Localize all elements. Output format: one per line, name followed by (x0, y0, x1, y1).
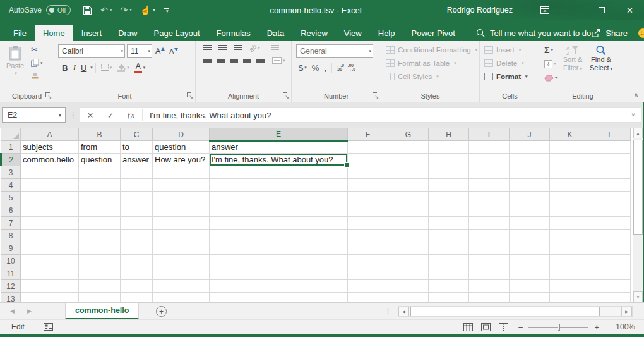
scroll-down-button[interactable]: ▼ (633, 291, 643, 302)
scroll-left-button[interactable]: ◀ (398, 307, 409, 316)
cell-B13[interactable] (79, 293, 121, 303)
fill-color-button[interactable]: ▾ (114, 64, 132, 72)
collapse-ribbon-button[interactable]: ∧ (634, 91, 638, 98)
cell-B9[interactable] (79, 242, 121, 255)
top-align-button[interactable] (201, 45, 214, 51)
cell-L2[interactable] (590, 154, 631, 166)
page-break-preview-button[interactable] (495, 320, 513, 334)
cell-I3[interactable] (469, 166, 510, 179)
cell-E8[interactable] (210, 230, 348, 242)
column-header-H[interactable]: H (429, 128, 469, 141)
horizontal-scrollbar[interactable]: ◀ ▶ (398, 306, 633, 317)
cell-C8[interactable] (121, 230, 153, 242)
column-header-I[interactable]: I (469, 128, 510, 141)
format-painter-button[interactable] (29, 70, 45, 83)
cell-H2[interactable] (429, 154, 469, 166)
cell-A3[interactable] (21, 166, 79, 179)
tab-home[interactable]: Home (35, 25, 73, 41)
cell-F1[interactable] (348, 141, 388, 154)
cell-I4[interactable] (469, 179, 510, 192)
name-box-dropdown[interactable]: ▾ (59, 113, 61, 118)
cell-D7[interactable] (153, 217, 210, 230)
cell-G8[interactable] (388, 230, 429, 242)
cell-L13[interactable] (590, 293, 631, 303)
cell-K13[interactable] (550, 293, 590, 303)
cell-E2[interactable]: I'm fine, thanks. What about you? (210, 154, 348, 166)
cell-F10[interactable] (348, 255, 388, 267)
cell-G1[interactable] (388, 141, 429, 154)
normal-view-button[interactable] (460, 320, 477, 334)
row-header-4[interactable]: 4 (1, 179, 21, 192)
column-header-G[interactable]: G (388, 128, 429, 141)
comma-style-button[interactable]: , (321, 63, 329, 73)
cell-J9[interactable] (510, 242, 550, 255)
zoom-in-button[interactable]: + (588, 322, 605, 332)
cell-B6[interactable] (79, 204, 121, 217)
cell-A13[interactable] (21, 293, 79, 303)
cell-H5[interactable] (429, 192, 469, 204)
expand-formula-bar-button[interactable]: ˅ (626, 112, 641, 118)
cell-F4[interactable] (348, 179, 388, 192)
vertical-scrollbar-thumb[interactable] (633, 140, 643, 235)
row-header-8[interactable]: 8 (1, 230, 21, 242)
cell-B11[interactable] (79, 267, 121, 280)
tab-draw[interactable]: Draw (110, 25, 145, 41)
cell-H3[interactable] (429, 166, 469, 179)
paste-button[interactable]: Paste ▾ (3, 43, 28, 83)
next-sheet-button[interactable]: ▶ (27, 308, 32, 314)
cell-C3[interactable] (121, 166, 153, 179)
center-button[interactable] (214, 58, 227, 64)
cell-H12[interactable] (429, 280, 469, 293)
cell-D9[interactable] (153, 242, 210, 255)
cell-H10[interactable] (429, 255, 469, 267)
insert-function-button[interactable]: ƒx (121, 110, 141, 120)
cell-J4[interactable] (510, 179, 550, 192)
redo-button[interactable]: ↷▾ (117, 3, 134, 18)
feedback-smiley-button[interactable] (638, 25, 644, 41)
row-header-11[interactable]: 11 (1, 267, 21, 280)
autosave-toggle[interactable]: AutoSave Off (9, 5, 71, 15)
sheet-tab-common-hello[interactable]: common-hello (65, 303, 139, 319)
column-header-L[interactable]: L (590, 128, 631, 141)
scroll-right-button[interactable]: ▶ (621, 307, 632, 316)
cell-A10[interactable] (21, 255, 79, 267)
cell-J7[interactable] (510, 217, 550, 230)
cell-G3[interactable] (388, 166, 429, 179)
tab-data[interactable]: Data (259, 25, 292, 41)
cell-C12[interactable] (121, 280, 153, 293)
cell-styles-button[interactable]: Cell Styles▾ (381, 70, 479, 83)
zoom-slider-thumb[interactable] (558, 324, 560, 331)
save-button[interactable] (80, 3, 95, 18)
row-header-7[interactable]: 7 (1, 217, 21, 230)
cell-G5[interactable] (388, 192, 429, 204)
cell-L1[interactable] (590, 141, 631, 154)
font-name-select[interactable]: Calibri▾ (58, 44, 125, 58)
cell-I12[interactable] (469, 280, 510, 293)
cell-I8[interactable] (469, 230, 510, 242)
column-header-D[interactable]: D (153, 128, 210, 141)
cell-A11[interactable] (21, 267, 79, 280)
cell-C5[interactable] (121, 192, 153, 204)
cell-C11[interactable] (121, 267, 153, 280)
tab-review[interactable]: Review (292, 25, 336, 41)
cell-H7[interactable] (429, 217, 469, 230)
tab-bar-divider[interactable]: ⋮ (385, 307, 391, 315)
cell-K4[interactable] (550, 179, 590, 192)
find-select-button[interactable]: Find & Select▾ (587, 43, 616, 87)
touch-mouse-mode-button[interactable]: ☝▾ (137, 3, 158, 18)
sort-filter-button[interactable]: AZ Sort & Filter▾ (559, 43, 587, 87)
cell-B12[interactable] (79, 280, 121, 293)
clear-button[interactable]: ▾ (543, 71, 559, 85)
cell-D12[interactable] (153, 280, 210, 293)
row-header-5[interactable]: 5 (1, 192, 21, 204)
cell-C1[interactable]: to (121, 141, 153, 154)
bold-button[interactable]: B (59, 63, 70, 73)
cell-F12[interactable] (348, 280, 388, 293)
decrease-decimal-button[interactable]: .00→.0 (346, 64, 357, 72)
tab-formulas[interactable]: Formulas (208, 25, 259, 41)
customize-quick-access-toolbar-button[interactable]: ▾ (160, 3, 172, 18)
cell-I10[interactable] (469, 255, 510, 267)
minimize-button[interactable]: — (559, 0, 587, 20)
cell-G2[interactable] (388, 154, 429, 166)
orientation-button[interactable]: ab▾ (246, 44, 263, 52)
